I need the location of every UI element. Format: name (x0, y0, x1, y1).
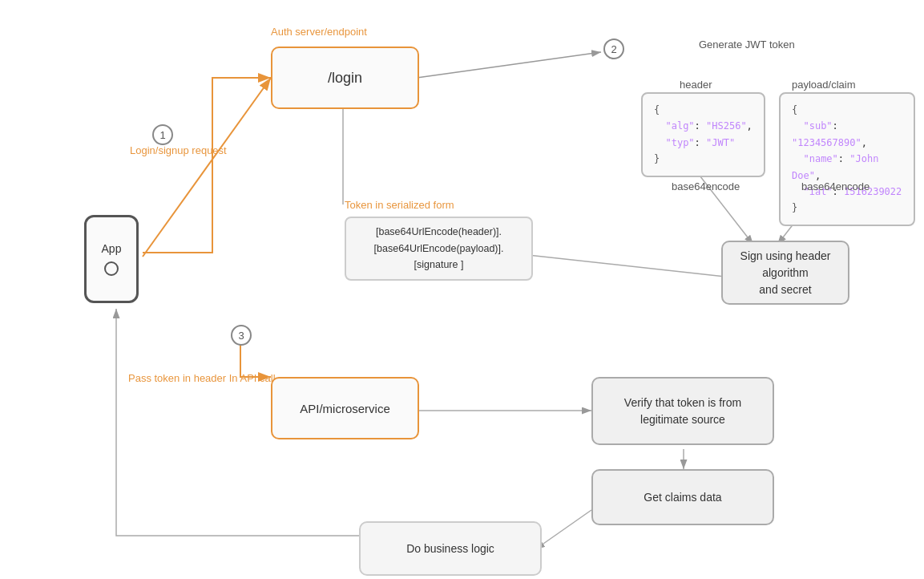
login-box: /login (271, 47, 419, 109)
p-brace-close: } (792, 202, 797, 213)
step1-label: 1 (159, 129, 165, 141)
p-name: "name": "John Doe", (792, 153, 878, 180)
code-brace-open: { (654, 104, 660, 115)
verify-token-box: Verify that token is from legitimate sou… (591, 377, 774, 445)
base64encode-1-label: base64encode (672, 180, 740, 192)
svg-line-4 (417, 52, 601, 78)
sign-box: Sign using header algorithm and secret (721, 241, 849, 305)
header-label: header (680, 79, 712, 91)
diagram: Auth server/endpoint /login 1 Login/sign… (0, 0, 924, 579)
app-phone: App (84, 215, 139, 303)
auth-server-label: Auth server/endpoint (271, 26, 367, 38)
phone-button (104, 261, 119, 276)
step3-label: 3 (238, 330, 244, 342)
step2-circle: 2 (603, 38, 624, 59)
p-brace-open: { (792, 104, 797, 115)
payload-label: payload/claim (792, 79, 856, 91)
pass-token-label: Pass token in header In API call (128, 370, 276, 387)
sign-label: Sign using header algorithm and secret (723, 248, 848, 298)
token-serialized-box: [base64UrlEncode(header)]. [base64UrlEnc… (345, 217, 533, 281)
p-sub: "sub": "1234567890", (792, 120, 867, 148)
code-brace-close: } (654, 153, 660, 164)
header-code-box: { "alg": "HS256", "typ": "JWT" } (641, 92, 765, 177)
app-label: App (102, 242, 122, 255)
svg-line-3 (143, 78, 271, 257)
login-request-label: Login/signup request (130, 143, 227, 159)
base64encode-2-label: base64encode (801, 180, 870, 192)
code-alg: "alg": "HS256", (654, 120, 753, 132)
token-serialized-content: [base64UrlEncode(header)]. [base64UrlEnc… (374, 224, 504, 273)
svg-line-11 (535, 510, 591, 549)
get-claims-label: Get claims data (644, 491, 721, 504)
login-label: /login (328, 70, 362, 87)
token-serialized-title: Token in serialized form (345, 199, 454, 211)
code-typ: "typ": "JWT" (654, 137, 735, 148)
api-box: API/microservice (271, 377, 419, 439)
get-claims-box: Get claims data (591, 469, 774, 525)
verify-token-label: Verify that token is from legitimate sou… (624, 395, 741, 428)
do-business-label: Do business logic (406, 542, 494, 555)
api-label: API/microservice (300, 402, 390, 415)
do-business-box: Do business logic (359, 521, 542, 576)
step2-label: 2 (611, 43, 616, 55)
step3-circle: 3 (231, 325, 252, 346)
generate-jwt-label: Generate JWT token (699, 38, 795, 51)
payload-code-box: { "sub": "1234567890", "name": "John Doe… (779, 92, 915, 226)
